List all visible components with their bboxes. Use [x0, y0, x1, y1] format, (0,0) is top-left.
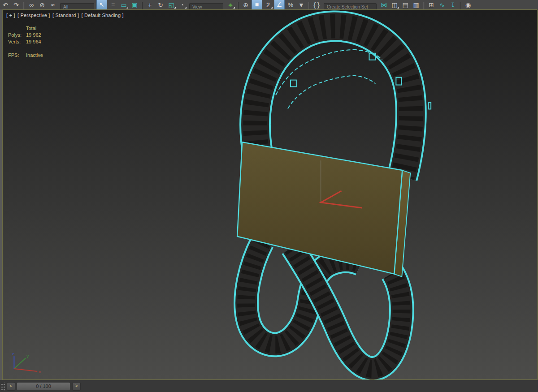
angle-snap-icon[interactable]: ∠ [274, 0, 285, 10]
time-slider-bar: < 0 / 100 > [0, 380, 538, 392]
toolbar-divider [460, 2, 461, 10]
main-toolbar: ↶↷∞⊘≈All↖≡▭▣+↻◱◔View♣⊕■2∠%▼{ }Create Sel… [0, 0, 538, 10]
toolbar-divider [23, 2, 24, 10]
spinner-snap-icon[interactable]: ▼ [296, 0, 306, 10]
schematic-view-icon[interactable]: ↧ [448, 0, 458, 10]
edit-named-selection-sets-icon[interactable]: { } [312, 0, 321, 10]
toolbar-drag-handle[interactable] [0, 382, 5, 391]
align-icon[interactable]: ◫ [390, 0, 399, 10]
snaps-toggle-icon[interactable]: 2 [263, 0, 273, 10]
select-and-manipulate-icon[interactable]: ⊕ [241, 0, 251, 10]
select-and-move-icon[interactable]: + [145, 0, 155, 10]
select-and-rotate-icon[interactable]: ↻ [156, 0, 165, 10]
toolbar-divider [308, 2, 309, 10]
toolbar-divider [423, 2, 424, 10]
material-editor-icon[interactable]: ◉ [463, 0, 473, 10]
next-frame-button[interactable]: > [72, 382, 81, 391]
select-and-link-icon[interactable]: ∞ [26, 0, 36, 10]
scene-canvas[interactable]: z y x [3, 10, 537, 379]
selection-filter-dropdown[interactable]: All [60, 3, 94, 10]
percent-snap-icon[interactable]: % [286, 0, 295, 10]
toggle-layer-explorer-icon[interactable]: ▥ [411, 0, 421, 10]
keyboard-shortcut-override-icon[interactable]: ■ [252, 0, 262, 10]
toggle-ribbon-icon[interactable]: ⊞ [426, 0, 436, 10]
select-object-icon[interactable]: ↖ [96, 0, 107, 10]
reference-coordinate-system-dropdown[interactable]: View [189, 3, 223, 10]
selection-region-icon[interactable]: ▭ [119, 0, 129, 10]
window-crossing-icon[interactable]: ▣ [130, 0, 139, 10]
toolbar-divider [238, 2, 239, 10]
axis-z-label: z [12, 351, 14, 356]
named-selection-sets-dropdown[interactable]: Create Selection Set [324, 3, 377, 10]
use-pivot-point-center-icon[interactable]: ♣ [226, 0, 235, 10]
select-and-scale-icon[interactable]: ◱ [166, 0, 176, 10]
previous-frame-button[interactable]: < [7, 382, 15, 391]
teeth-selection-outline [288, 76, 376, 109]
mirror-icon[interactable]: ⋈ [379, 0, 389, 10]
curve-editor-icon[interactable]: ∿ [437, 0, 447, 10]
redo-icon[interactable]: ↷ [11, 0, 21, 10]
toggle-scene-explorer-icon[interactable]: ▤ [400, 0, 410, 10]
select-by-name-icon[interactable]: ≡ [108, 0, 118, 10]
axis-y-label: y [26, 353, 29, 358]
undo-icon[interactable]: ↶ [0, 0, 10, 10]
bind-to-space-warp-icon[interactable]: ≈ [48, 0, 58, 10]
select-and-place-icon[interactable]: ◔ [177, 0, 187, 10]
axis-x-label: x [39, 369, 41, 374]
toolbar-divider [142, 2, 143, 10]
axis-gizmo: z y x [12, 351, 41, 374]
time-slider[interactable]: 0 / 100 [17, 382, 70, 391]
unlink-selection-icon[interactable]: ⊘ [37, 0, 47, 10]
3dsmax-window: ↶↷∞⊘≈All↖≡▭▣+↻◱◔View♣⊕■2∠%▼{ }Create Sel… [0, 0, 538, 392]
perspective-viewport[interactable]: [ + ] [ Perspective ] [ Standard ] [ Def… [2, 9, 538, 380]
